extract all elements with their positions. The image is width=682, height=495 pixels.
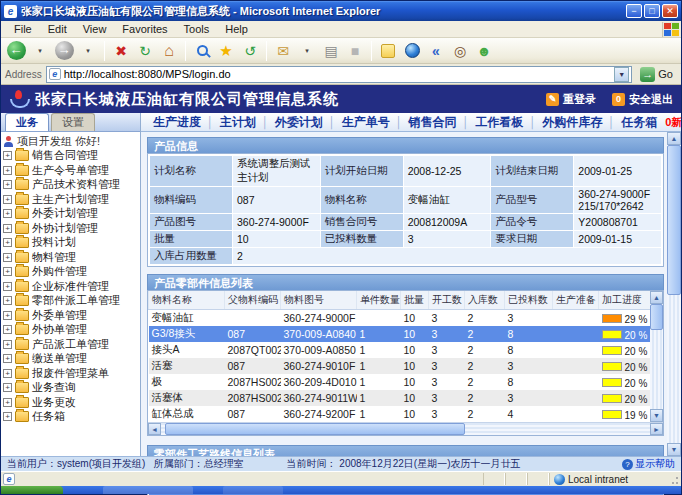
- maximize-button[interactable]: □: [644, 4, 660, 18]
- expand-plus-icon[interactable]: +: [3, 282, 12, 291]
- flash-button[interactable]: «: [425, 40, 447, 62]
- parts-row[interactable]: 接头A2087QT002370-009-A085011032820 %: [149, 342, 651, 358]
- sidebar-item[interactable]: +报废件管理菜单: [3, 366, 140, 381]
- nav-link-8[interactable]: 任务箱: [619, 115, 659, 129]
- sidebar-item[interactable]: +外委单管理: [3, 308, 140, 323]
- expand-plus-icon[interactable]: +: [3, 180, 12, 189]
- taskbar-item[interactable]: [103, 486, 193, 494]
- scroll-left-icon[interactable]: ◄: [148, 423, 161, 435]
- print-button[interactable]: ▤: [320, 40, 342, 62]
- nav-link-4[interactable]: 生产单号: [340, 115, 392, 129]
- parts-row[interactable]: G3/8接头087370-009-A084011032820 %: [149, 326, 651, 342]
- stop-button[interactable]: ✖: [110, 40, 132, 62]
- search-button[interactable]: [191, 40, 213, 62]
- nav-link-6[interactable]: 工作看板: [473, 115, 525, 129]
- parts-row[interactable]: 极2087HS002360-209-4D01011032820 %: [149, 374, 651, 390]
- expand-plus-icon[interactable]: +: [3, 311, 12, 320]
- sidebar-item[interactable]: +主生产计划管理: [3, 192, 140, 207]
- expand-plus-icon[interactable]: +: [3, 354, 12, 363]
- scroll-thumb[interactable]: [667, 145, 681, 295]
- forward-button[interactable]: →: [53, 40, 75, 62]
- nav-link-3[interactable]: 外委计划: [273, 115, 325, 129]
- nav-link-2[interactable]: 主计划: [218, 115, 258, 129]
- expand-plus-icon[interactable]: +: [3, 151, 12, 160]
- expand-plus-icon[interactable]: +: [3, 224, 12, 233]
- scroll-right-icon[interactable]: ►: [650, 423, 663, 435]
- sidebar-item[interactable]: +任务箱: [3, 410, 140, 425]
- scroll-down-icon[interactable]: ▼: [667, 443, 681, 456]
- expand-plus-icon[interactable]: +: [3, 383, 12, 392]
- start-button[interactable]: [1, 486, 63, 494]
- menu-item-favorites[interactable]: Favorites: [115, 22, 174, 36]
- parts-row[interactable]: 变幅油缸360-274-9000F1032329 %: [149, 310, 651, 327]
- globe-button[interactable]: [401, 40, 423, 62]
- sidebar-item[interactable]: +销售合同管理: [3, 149, 140, 164]
- sidebar-item[interactable]: +业务查询: [3, 381, 140, 396]
- mail-dropdown[interactable]: ▾: [296, 40, 318, 62]
- sidebar-item[interactable]: +投料计划: [3, 236, 140, 251]
- favorites-button[interactable]: ★: [215, 40, 237, 62]
- sidebar-item[interactable]: +外委计划管理: [3, 207, 140, 222]
- edit-button[interactable]: ■: [344, 40, 366, 62]
- close-button[interactable]: ✕: [662, 4, 678, 18]
- back-button[interactable]: ←: [5, 40, 27, 62]
- sidebar-item[interactable]: +物料管理: [3, 250, 140, 265]
- parts-row[interactable]: 缸体总成087360-274-9200F11032419 %: [149, 406, 651, 422]
- taskbar-item[interactable]: [223, 486, 283, 494]
- parts-table-vscrollbar[interactable]: ▲ ▼: [650, 291, 663, 422]
- parts-row[interactable]: 活塞087360-274-9010F11032320 %: [149, 358, 651, 374]
- logout-button[interactable]: 0 安全退出: [612, 92, 673, 107]
- messenger-button[interactable]: ☻: [473, 40, 495, 62]
- expand-plus-icon[interactable]: +: [3, 296, 12, 305]
- resize-grip[interactable]: [669, 473, 679, 485]
- scroll-down-icon[interactable]: ▼: [650, 409, 663, 422]
- menu-item-help[interactable]: Help: [218, 22, 255, 36]
- scroll-up-icon[interactable]: ▲: [667, 132, 681, 145]
- show-help-link[interactable]: ? 显示帮助: [622, 457, 675, 471]
- home-button[interactable]: ⌂: [158, 40, 180, 62]
- expand-plus-icon[interactable]: +: [3, 325, 12, 334]
- expand-plus-icon[interactable]: +: [3, 398, 12, 407]
- history-button[interactable]: ↺: [239, 40, 261, 62]
- refresh-button[interactable]: ↻: [134, 40, 156, 62]
- research-button[interactable]: ◎: [449, 40, 471, 62]
- sidebar-item[interactable]: +外购件管理: [3, 265, 140, 280]
- minimize-button[interactable]: −: [626, 4, 642, 18]
- menu-item-view[interactable]: View: [76, 22, 114, 36]
- menu-item-edit[interactable]: Edit: [41, 22, 74, 36]
- sidebar-item[interactable]: +缴送单管理: [3, 352, 140, 367]
- menu-item-file[interactable]: File: [7, 22, 39, 36]
- address-input[interactable]: e http://localhost:8080/MPS/login.do ▼: [46, 66, 633, 83]
- mail-button[interactable]: ✉: [272, 40, 294, 62]
- tab-business[interactable]: 业务: [5, 113, 49, 131]
- sidebar-item[interactable]: +产品技术资料管理: [3, 178, 140, 193]
- expand-plus-icon[interactable]: +: [3, 253, 12, 262]
- relogin-button[interactable]: ✎ 重登录: [546, 92, 596, 107]
- scroll-thumb[interactable]: [165, 423, 465, 435]
- expand-plus-icon[interactable]: +: [3, 209, 12, 218]
- sidebar-item[interactable]: +外协计划管理: [3, 221, 140, 236]
- scroll-up-icon[interactable]: ▲: [650, 291, 663, 304]
- parts-table-hscrollbar[interactable]: ◄ ►: [148, 422, 663, 435]
- menu-item-tools[interactable]: Tools: [177, 22, 217, 36]
- parts-row[interactable]: 活塞体2087HS002360-274-9011W11032320 %: [149, 390, 651, 406]
- sidebar-item[interactable]: +企业标准件管理: [3, 279, 140, 294]
- tab-settings[interactable]: 设置: [51, 113, 95, 131]
- title-bar[interactable]: e 张家口长城液压油缸有限公司管理信息系统 - Microsoft Intern…: [1, 1, 681, 21]
- sidebar-item[interactable]: +业务更改: [3, 395, 140, 410]
- forward-dropdown[interactable]: ▾: [77, 40, 99, 62]
- expand-plus-icon[interactable]: +: [3, 267, 12, 276]
- page-vscrollbar[interactable]: ▲ ▼: [667, 132, 681, 456]
- expand-plus-icon[interactable]: +: [3, 340, 12, 349]
- nav-link-7[interactable]: 外购件库存: [540, 115, 604, 129]
- nav-link-1[interactable]: 生产进度: [151, 115, 203, 129]
- expand-plus-icon[interactable]: +: [3, 238, 12, 247]
- expand-plus-icon[interactable]: +: [3, 369, 12, 378]
- expand-plus-icon[interactable]: +: [3, 166, 12, 175]
- notes-button[interactable]: [377, 40, 399, 62]
- address-url[interactable]: http://localhost:8080/MPS/login.do: [64, 68, 615, 80]
- sidebar-item[interactable]: +零部件派工单管理: [3, 294, 140, 309]
- scroll-thumb[interactable]: [650, 304, 663, 330]
- go-button[interactable]: → Go: [636, 67, 677, 82]
- back-dropdown[interactable]: ▾: [29, 40, 51, 62]
